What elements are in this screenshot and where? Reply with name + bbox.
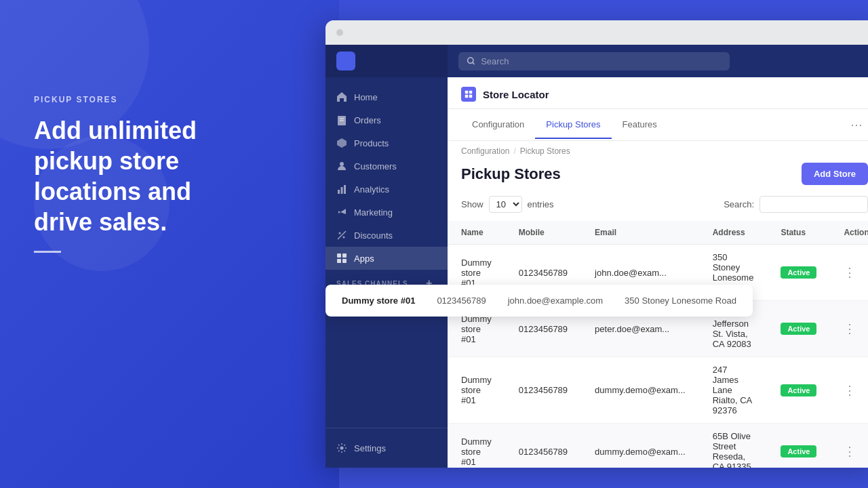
search-label: Search: [724,199,754,209]
hero-text: Add unlimited pickup store locations and… [34,115,251,237]
app-header: Store Locator [448,77,868,109]
entries-label: entries [528,199,554,209]
settings-icon [336,443,347,453]
marketing-icon [336,207,347,218]
svg-rect-17 [469,91,473,94]
sidebar-item-label: Analytics [354,184,389,195]
sidebar-item-label: Settings [354,443,386,453]
svg-rect-19 [469,95,473,98]
discounts-icon [336,230,347,241]
tab-configuration[interactable]: Configuration [461,111,535,139]
sidebar-item-label: Home [354,92,378,102]
data-table: Name Mobile Email Address Status Action … [448,221,868,468]
col-status: Status [767,221,830,245]
action-menu-button[interactable]: ⋮ [844,322,856,336]
page-title-row: Pickup Stores Add Store [448,157,868,196]
svg-point-15 [468,58,473,63]
search-icon [467,56,475,66]
add-store-button[interactable]: Add Store [802,163,868,185]
cell-name: Dummy store #01 [448,424,505,468]
sidebar-item-discounts[interactable]: Discounts [326,224,448,247]
table-header-row: Name Mobile Email Address Status Action [448,221,868,245]
section-label: PICKUP STORES [34,95,251,104]
col-email: Email [581,221,699,245]
sidebar-item-analytics[interactable]: Analytics [326,178,448,201]
col-mobile: Mobile [505,221,581,245]
orders-icon [336,115,347,125]
tab-pickup-stores[interactable]: Pickup Stores [535,111,611,139]
svg-point-3 [340,162,344,166]
status-badge: Active [781,445,816,458]
breadcrumb-separator: / [513,146,515,156]
sidebar-logo [336,52,355,70]
show-label: Show [461,199,484,209]
app-header-title: Store Locator [483,89,549,100]
svg-rect-9 [337,253,341,258]
svg-point-7 [339,232,341,235]
cell-status: Active [767,357,830,424]
expanded-email: john.doe@example.com [508,296,603,306]
sidebar-item-home[interactable]: Home [326,85,448,108]
expanded-mobile: 0123456789 [437,296,486,306]
apps-icon [336,253,347,264]
sidebar-item-settings[interactable]: Settings [326,436,448,460]
cell-status: Active [767,245,830,301]
sidebar-nav: Home Orders Products Customers [326,77,448,428]
sidebar-item-label: Marketing [354,207,393,218]
table-body: Dummy store #01 0123456789 john.doe@exam… [448,245,868,468]
page-content: Store Locator Configuration Pickup Store… [448,77,868,468]
tab-features[interactable]: Features [612,111,668,139]
status-badge: Active [781,323,816,335]
table-head: Name Mobile Email Address Status Action [448,221,868,245]
svg-rect-5 [341,187,343,194]
divider [34,251,61,253]
sidebar-item-products[interactable]: Products [326,131,448,155]
cell-status: Active [767,301,830,357]
entries-select[interactable]: 10 25 50 [489,196,522,213]
action-menu-button[interactable]: ⋮ [844,445,856,458]
action-menu-button[interactable]: ⋮ [844,384,856,397]
cell-action: ⋮ [830,424,868,468]
sidebar-item-apps[interactable]: Apps [326,247,448,270]
svg-rect-4 [338,190,340,194]
cell-mobile: 0123456789 [505,357,581,424]
action-menu-button[interactable]: ⋮ [844,266,856,279]
col-address: Address [699,221,768,245]
sidebar-item-marketing[interactable]: Marketing [326,201,448,224]
cell-action: ⋮ [830,245,868,301]
table-row: Dummy store #01 0123456789 dummy.demo@ex… [448,357,868,424]
products-icon [336,138,347,148]
search-entries: Search: [724,196,868,213]
cell-address: 247 James Lane Rialto, CA 92376 [699,357,768,424]
table-controls: Show 10 25 50 entries Search: [448,196,868,221]
expanded-row-card: Dummy store #01 0123456789 john.doe@exam… [326,285,753,317]
cell-status: Active [767,424,830,468]
table-search-input[interactable] [760,196,868,213]
more-options-button[interactable]: ⋯ [845,109,868,140]
breadcrumb: Configuration / Pickup Stores [448,141,868,157]
app-layout: Home Orders Products Customers [326,45,868,468]
tabs-left: Configuration Pickup Stores Features [461,111,668,139]
search-input[interactable] [481,56,722,66]
browser-window: Home Orders Products Customers [326,20,868,468]
cell-action: ⋮ [830,301,868,357]
cell-action: ⋮ [830,357,868,424]
sidebar-item-label: Discounts [354,230,393,241]
cell-email: dummy.demo@exam... [581,424,699,468]
status-badge: Active [781,384,816,396]
expanded-store-name: Dummy store #01 [342,296,415,306]
sidebar-item-orders[interactable]: Orders [326,108,448,131]
tabs: Configuration Pickup Stores Features ⋯ [448,109,868,141]
svg-rect-10 [342,253,347,258]
sidebar-item-customers[interactable]: Customers [326,155,448,178]
status-badge: Active [781,266,816,279]
breadcrumb-pickup-stores: Pickup Stores [520,146,570,156]
search-bar[interactable] [458,52,730,70]
svg-rect-11 [337,259,341,263]
page-title: Pickup Stores [461,165,561,183]
browser-dot-1 [336,29,343,36]
svg-rect-12 [342,259,347,263]
table-row: Dummy store #01 0123456789 dummy.demo@ex… [448,424,868,468]
main-content: Store Locator Configuration Pickup Store… [448,45,868,468]
breadcrumb-configuration[interactable]: Configuration [461,146,509,156]
